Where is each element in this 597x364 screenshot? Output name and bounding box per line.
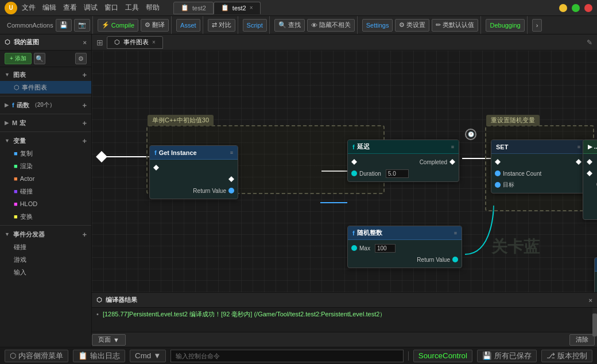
search-button[interactable]: 🔍 bbox=[34, 53, 45, 64]
exec-out-pin[interactable] bbox=[150, 173, 238, 185]
delay-node[interactable]: f 延迟 ≡ Completed Duration bbox=[347, 140, 459, 182]
var-actor[interactable]: ■ Actor bbox=[0, 172, 91, 185]
max-input[interactable] bbox=[375, 244, 396, 253]
delay-exec-in[interactable] bbox=[348, 156, 404, 168]
random-int-node[interactable]: f 随机整数 ≡ Max Return Value bbox=[347, 226, 462, 268]
var-render[interactable]: ■ 渲染 bbox=[0, 160, 91, 172]
save-button[interactable]: 💾 bbox=[56, 19, 72, 32]
main-canvas[interactable]: ⊞ ⬡ 事件图表 × ✎ ⌂ ← → ⊞ test2 › 事件图表 缩放 1:1 bbox=[92, 34, 597, 292]
var-hlod[interactable]: ■ HLOD bbox=[0, 198, 91, 210]
compare-button[interactable]: ⇄ 对比 bbox=[208, 19, 235, 32]
macros-add-icon[interactable]: + bbox=[82, 119, 87, 127]
set-exec-out[interactable] bbox=[538, 156, 586, 168]
variables-header[interactable]: ▼ 变量 + bbox=[0, 134, 91, 147]
script-button[interactable]: Script bbox=[243, 19, 267, 32]
asset-button[interactable]: Asset bbox=[176, 19, 200, 32]
output-log-button[interactable]: 📋 输出日志 bbox=[73, 350, 125, 362]
node-menu-icon[interactable]: ≡ bbox=[230, 150, 233, 156]
gear-button[interactable]: ⚙ bbox=[75, 53, 87, 64]
page-button[interactable]: 页面 ▼ bbox=[92, 334, 126, 346]
canvas-tab-close-icon[interactable]: × bbox=[152, 39, 156, 45]
add-pin-a[interactable]: A 单例随... bbox=[595, 274, 597, 285]
source-control-button[interactable]: SourceControl bbox=[413, 350, 472, 362]
toolbar-expand-button[interactable]: › bbox=[532, 19, 542, 32]
menu-view[interactable]: 查看 bbox=[63, 3, 77, 13]
partial-pin-1[interactable] bbox=[583, 156, 597, 168]
search-button[interactable]: 🔍 查找 bbox=[274, 19, 305, 32]
menu-help[interactable]: 帮助 bbox=[146, 3, 160, 13]
translate-icon: ⚙ bbox=[145, 21, 150, 29]
target-pin[interactable]: 目标 bbox=[491, 179, 585, 191]
settings-button[interactable]: Settings bbox=[362, 19, 393, 32]
canvas-tab-event-graph[interactable]: ⬡ 事件图表 × bbox=[107, 36, 163, 49]
scroll-thumb[interactable] bbox=[592, 313, 597, 336]
functions-header[interactable]: ▶ f 函数 （20个） + bbox=[0, 99, 91, 111]
macros-header[interactable]: ▶ M 宏 + bbox=[0, 117, 91, 129]
menu-tools[interactable]: 工具 bbox=[125, 3, 139, 13]
duration-pin[interactable]: Duration bbox=[348, 168, 459, 179]
set-body: Instance Count 目标 bbox=[491, 154, 585, 193]
clear-button[interactable]: 清除 bbox=[569, 334, 595, 346]
tab-close-icon[interactable]: × bbox=[250, 5, 253, 11]
partial-node-1[interactable]: ▶ ... bbox=[583, 140, 597, 220]
cmd-input[interactable] bbox=[170, 350, 403, 362]
set-exec-in[interactable] bbox=[491, 156, 538, 168]
set-menu-icon[interactable]: ≡ bbox=[577, 144, 580, 150]
type-default-button[interactable]: ✏ 类默认认值 bbox=[432, 19, 478, 32]
add-node[interactable]: f 防加 ≡ A 单例随... B bbox=[594, 257, 597, 292]
dispatchers-add-icon[interactable]: + bbox=[82, 230, 87, 239]
dispatcher-collision[interactable]: 碰撞 bbox=[0, 241, 91, 253]
menu-edit[interactable]: 编辑 bbox=[42, 3, 56, 13]
return-value-pin[interactable]: Return Value bbox=[150, 185, 238, 196]
maximize-button[interactable] bbox=[572, 4, 580, 12]
menu-file[interactable]: 文件 bbox=[22, 3, 36, 13]
random-menu-icon[interactable]: ≡ bbox=[454, 230, 457, 236]
add-button[interactable]: + 添加 bbox=[5, 53, 32, 64]
compile-button[interactable]: ⚡ Compile bbox=[98, 19, 138, 32]
hide-unrelated-button[interactable]: 👁 隐藏不相关 bbox=[307, 19, 355, 32]
panel-close-icon[interactable]: × bbox=[83, 39, 87, 46]
var-collision[interactable]: ■ 碰撞 bbox=[0, 185, 91, 198]
type-settings-button[interactable]: ⚙ 类设置 bbox=[395, 19, 429, 32]
screenshot-button[interactable]: 📷 bbox=[74, 19, 90, 32]
duration-input[interactable] bbox=[386, 169, 409, 178]
get-instance-node[interactable]: f Get Instance ≡ Return Value bbox=[149, 145, 238, 199]
delay-menu-icon[interactable]: ≡ bbox=[451, 144, 454, 150]
menu-window[interactable]: 窗口 bbox=[104, 3, 118, 13]
delay-completed-pin[interactable]: Completed bbox=[404, 156, 459, 168]
graph-add-icon[interactable]: + bbox=[82, 71, 87, 79]
functions-add-icon[interactable]: + bbox=[82, 101, 87, 110]
add-pin-b[interactable]: B bbox=[595, 285, 597, 292]
pen-icon[interactable]: ✎ bbox=[587, 38, 592, 47]
canvas-grid[interactable]: 🕐 单例C++中初始值30 重设置随机变量 f Get Instance ≡ bbox=[92, 51, 597, 292]
random-return-pin[interactable]: Return Value bbox=[348, 254, 462, 265]
search-label: 查找 bbox=[288, 21, 301, 29]
dispatchers-header[interactable]: ▼ 事件分发器 + bbox=[0, 228, 91, 241]
tab-test2-2[interactable]: 📋 test2 × bbox=[214, 2, 261, 14]
partial-pin-2[interactable] bbox=[583, 168, 597, 179]
tab-test2-1[interactable]: 📋 test2 bbox=[173, 2, 214, 14]
close-button[interactable] bbox=[584, 4, 592, 12]
scroll-track[interactable] bbox=[592, 308, 597, 332]
cmd-button[interactable]: Cmd ▼ bbox=[130, 350, 166, 362]
exec-in-dot bbox=[153, 165, 159, 171]
graph-section-header[interactable]: ▼ 图表 + bbox=[0, 68, 91, 81]
set-node[interactable]: SET ≡ Instance Count bbox=[491, 140, 586, 193]
dispatcher-input[interactable]: 输入 bbox=[0, 266, 91, 278]
instance-count-pin[interactable]: Instance Count bbox=[491, 168, 585, 179]
dispatcher-game[interactable]: 游戏 bbox=[0, 253, 91, 266]
content-browser-button[interactable]: ⬡ 内容侧滑菜单 bbox=[5, 350, 68, 362]
max-pin[interactable]: Max bbox=[348, 242, 462, 254]
var-transform[interactable]: ■ 变换 bbox=[0, 210, 91, 223]
minimize-button[interactable] bbox=[559, 4, 567, 12]
save-all-button[interactable]: 💾 所有已保存 bbox=[477, 350, 537, 362]
variables-add-icon[interactable]: + bbox=[82, 137, 87, 145]
debugging-button[interactable]: Debugging bbox=[486, 19, 524, 32]
exec-in-pin[interactable] bbox=[150, 162, 238, 173]
translate-button[interactable]: ⚙ 翻译 bbox=[141, 19, 169, 32]
event-graph-item[interactable]: ⬡ 事件图表 bbox=[0, 81, 91, 94]
version-control-button[interactable]: ⎇ 版本控制 bbox=[541, 350, 592, 362]
menu-debug[interactable]: 调试 bbox=[84, 3, 98, 13]
var-copy[interactable]: ■ 复制 bbox=[0, 147, 91, 160]
compiler-close-icon[interactable]: × bbox=[589, 297, 592, 304]
